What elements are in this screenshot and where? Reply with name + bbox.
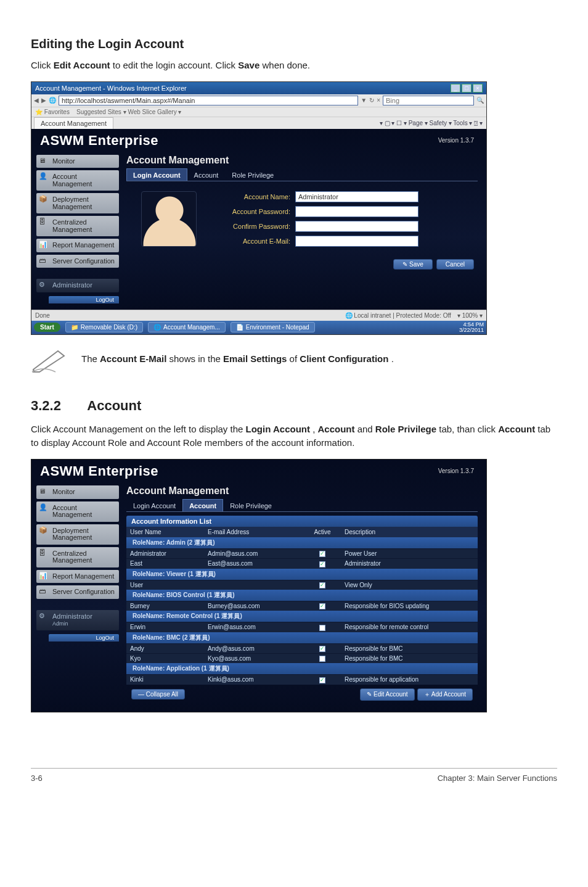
text: when done.: [262, 60, 310, 70]
table-row[interactable]: KyoKyo@asus.comResponsible for BMC: [126, 653, 478, 663]
save-button[interactable]: Save: [393, 259, 433, 270]
tab-account[interactable]: Account: [187, 168, 226, 181]
account-name-input[interactable]: [295, 191, 419, 202]
cell-active[interactable]: [304, 560, 341, 567]
search-icon[interactable]: 🔍: [476, 97, 484, 104]
section-body-1: Click Edit Account to edit the login acc…: [31, 59, 557, 73]
table-row[interactable]: AndyAndy@asus.comResponsible for BMC: [126, 643, 478, 653]
active-checkbox[interactable]: [319, 677, 325, 683]
note-bold: Account E-Mail: [100, 353, 166, 364]
sidebar-label: Account Management: [52, 504, 92, 519]
sidebar-item-monitor[interactable]: 🖥Monitor: [36, 155, 119, 168]
sidebar-label: Report Management: [52, 572, 114, 580]
taskbar-item-disk[interactable]: 📁 Removable Disk (D:): [65, 322, 143, 332]
table-row[interactable]: EastEast@asus.comAdministrator: [126, 558, 478, 568]
stop-icon[interactable]: ×: [377, 97, 380, 104]
text: to edit the login account. Click: [113, 60, 238, 70]
account-password-input[interactable]: [295, 206, 419, 217]
sidebar-item-report[interactable]: 📊Report Management: [36, 239, 119, 252]
forward-icon[interactable]: ▶: [41, 97, 46, 104]
active-checkbox[interactable]: [319, 561, 325, 567]
table-row[interactable]: ErwinErwin@asus.comResponsible for remot…: [126, 622, 478, 632]
server-icon: 🗃: [39, 257, 49, 267]
col-active[interactable]: Active: [304, 529, 341, 535]
back-icon[interactable]: ◀: [34, 97, 39, 104]
cell-active[interactable]: [304, 550, 341, 557]
cancel-button[interactable]: Cancel: [436, 259, 474, 270]
sidebar-item-centralized[interactable]: 🗄Centralized Management: [36, 216, 119, 236]
sidebar-item-server[interactable]: 🗃Server Configuration: [36, 255, 119, 268]
minimize-icon[interactable]: _: [451, 84, 460, 93]
tab-login-account[interactable]: Login Account: [126, 499, 182, 511]
table-row[interactable]: KinkiKinki@asus.comResponsible for appli…: [126, 674, 478, 684]
text: Click Account Management on the left to …: [31, 424, 246, 434]
logout-button[interactable]: LogOut: [49, 634, 119, 642]
section-heading-1: Editing the Login Account: [31, 37, 557, 51]
maximize-icon[interactable]: □: [462, 84, 472, 93]
search-input[interactable]: [383, 96, 474, 105]
table-group-row[interactable]: RoleName: Viewer (1 運算員): [126, 569, 478, 580]
cell-active[interactable]: [304, 582, 341, 588]
sidebar-item-account[interactable]: 👤Account Management: [36, 170, 119, 191]
sidebar-item-admin[interactable]: ⚙Administrator: [36, 279, 119, 292]
account-tabs-2: Login Account Account Role Privilege: [126, 499, 478, 512]
user-icon: 👤: [39, 173, 49, 183]
active-checkbox[interactable]: [319, 625, 325, 631]
table-row[interactable]: UserView Only: [126, 580, 478, 590]
active-checkbox[interactable]: [319, 656, 325, 662]
status-zoom[interactable]: ▾ 100% ▾: [457, 312, 483, 319]
cell-active[interactable]: [304, 645, 341, 652]
close-icon[interactable]: ×: [473, 84, 483, 93]
cell-desc: Responsible for BMC: [345, 655, 474, 662]
tab-role-privilege[interactable]: Role Privilege: [225, 168, 280, 181]
sidebar-item-monitor[interactable]: 🖥Monitor: [36, 485, 119, 499]
active-checkbox[interactable]: [319, 603, 325, 609]
sidebar-item-account[interactable]: 👤Account Management: [36, 501, 119, 522]
url-input[interactable]: [59, 96, 358, 105]
address-bar[interactable]: ◀ ▶ 🌐 ▼ ↻ × 🔍: [31, 94, 486, 107]
cell-email: Kinki@asus.com: [208, 676, 300, 683]
favorites-items[interactable]: Suggested Sites ▾ Web Slice Gallery ▾: [76, 109, 181, 115]
sidebar-label: Deployment Management: [52, 527, 92, 542]
cell-active[interactable]: [304, 624, 341, 630]
tab-login-account[interactable]: Login Account: [126, 168, 187, 181]
account-tabs: Login Account Account Role Privilege: [126, 168, 478, 181]
table-row[interactable]: AdministratorAdmin@asus.comPower User: [126, 548, 478, 558]
cell-active[interactable]: [304, 655, 341, 662]
tab-role-privilege[interactable]: Role Privilege: [223, 499, 279, 511]
table-group-row[interactable]: RoleName: BIOS Control (1 運算員): [126, 590, 478, 601]
active-checkbox[interactable]: [319, 646, 325, 652]
sidebar-item-admin[interactable]: ⚙ AdministratorAdmin: [36, 610, 119, 630]
table-group-row[interactable]: RoleName: BMC (2 運算員): [126, 632, 478, 643]
cell-active[interactable]: [304, 603, 341, 609]
col-email[interactable]: E-mail Address: [208, 529, 300, 535]
account-email-input[interactable]: [295, 236, 419, 247]
tab-account[interactable]: Account: [182, 499, 223, 511]
logout-button[interactable]: LogOut: [49, 296, 119, 303]
taskbar-item-browser[interactable]: 🌐 Account Managem...: [148, 322, 226, 332]
collapse-all-button[interactable]: — Collapse All: [131, 689, 185, 699]
sidebar-item-centralized[interactable]: 🗄Centralized Management: [36, 547, 119, 567]
browser-tab[interactable]: Account Management: [34, 117, 113, 129]
edit-account-button[interactable]: ✎ Edit Account: [360, 688, 414, 701]
sidebar-label: AdministratorAdmin: [52, 613, 92, 627]
cell-active[interactable]: [304, 676, 341, 683]
refresh-icon[interactable]: ↻: [369, 97, 374, 104]
table-group-row[interactable]: RoleName: Application (1 運算員): [126, 663, 478, 674]
col-description[interactable]: Description: [345, 529, 474, 535]
taskbar-item-notepad[interactable]: 📄 Environment - Notepad: [231, 322, 315, 332]
table-group-row[interactable]: RoleName: Admin (2 運算員): [126, 537, 478, 548]
sidebar-item-report[interactable]: 📊Report Management: [36, 570, 119, 584]
start-button[interactable]: Start: [34, 323, 60, 332]
sidebar-item-server[interactable]: 🗃Server Configuration: [36, 585, 119, 599]
active-checkbox[interactable]: [319, 551, 325, 557]
page-tools[interactable]: ▾ ▢ ▾ ☐ ▾ Page ▾ Safety ▾ Tools ▾ ⍰ ▾: [380, 120, 486, 126]
active-checkbox[interactable]: [319, 582, 325, 588]
confirm-password-input[interactable]: [295, 221, 419, 232]
sidebar-item-deployment[interactable]: 📦Deployment Management: [36, 193, 119, 213]
sidebar-item-deployment[interactable]: 📦Deployment Management: [36, 524, 119, 545]
table-row[interactable]: BurneyBurney@asus.comResponsible for BIO…: [126, 601, 478, 611]
add-account-button[interactable]: ＋ Add Account: [417, 688, 473, 701]
table-group-row[interactable]: RoleName: Remote Control (1 運算員): [126, 611, 478, 622]
col-user-name[interactable]: User Name: [130, 529, 204, 535]
